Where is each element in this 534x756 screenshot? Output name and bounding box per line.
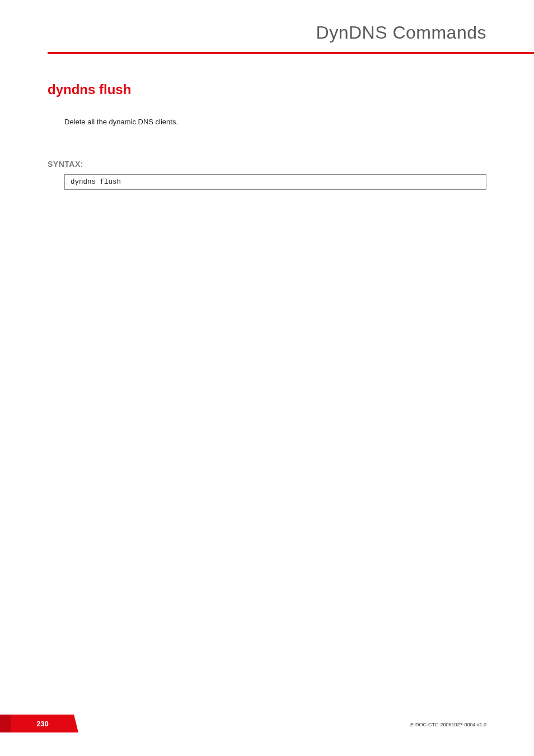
page-number: 230 (11, 715, 74, 732)
chapter-title: DynDNS Commands (48, 22, 486, 43)
tab-angle-accent (74, 715, 78, 732)
tab-dark-accent (0, 715, 11, 732)
page-header: DynDNS Commands (0, 0, 534, 43)
syntax-code-box: dyndns flush (64, 174, 486, 190)
syntax-code: dyndns flush (71, 178, 121, 186)
syntax-label: SYNTAX: (48, 160, 486, 169)
document-id: E-DOC-CTC-20061027-0004 v1.0 (410, 722, 486, 727)
page-number-tab: 230 (0, 715, 78, 732)
content-area: dyndns flush Delete all the dynamic DNS … (0, 54, 534, 190)
command-title: dyndns flush (48, 82, 486, 97)
command-description: Delete all the dynamic DNS clients. (64, 118, 486, 126)
